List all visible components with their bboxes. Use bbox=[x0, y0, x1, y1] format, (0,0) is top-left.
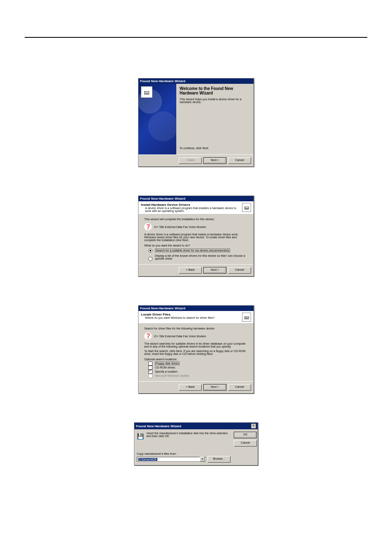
copy-from-label: Copy manufacturer's files from: bbox=[137, 452, 231, 455]
browse-button[interactable]: Browse... bbox=[208, 456, 231, 463]
page-subtitle: A device driver is a software program th… bbox=[141, 207, 240, 212]
wizard-welcome-window: Found New Hardware Wizard 🖴 Welcome to t… bbox=[138, 78, 254, 167]
back-button[interactable]: < Back bbox=[179, 267, 202, 274]
dialog-message: Insert the manufacturer's installation d… bbox=[146, 432, 231, 438]
check-floppy-label[interactable]: Floppy disk drives bbox=[155, 362, 180, 365]
window-title: Found New Hardware Wizard bbox=[140, 197, 185, 200]
titlebar: Found New Hardware Wizard bbox=[138, 196, 254, 201]
next-button[interactable]: Next > bbox=[203, 267, 226, 274]
radio-search[interactable] bbox=[148, 249, 152, 253]
radio-search-label[interactable]: Search for a suitable driver for my devi… bbox=[155, 249, 230, 252]
next-button[interactable]: Next > bbox=[203, 384, 226, 391]
cancel-button[interactable]: Cancel bbox=[234, 440, 257, 447]
page-title: Install Hardware Device Drivers bbox=[141, 203, 240, 207]
continue-hint: To continue, click Next. bbox=[180, 147, 250, 150]
heading-line1: Welcome to the Found New bbox=[180, 86, 233, 91]
explanation: A device driver is a software program th… bbox=[144, 233, 248, 242]
radio-display-list-label[interactable]: Display a list of the known drivers for … bbox=[155, 254, 245, 260]
hardware-icon: 🖴 bbox=[242, 313, 251, 322]
check-windows-update-label: Microsoft Windows Update bbox=[155, 374, 189, 377]
disk-icon: 💾 bbox=[137, 432, 144, 441]
titlebar: Found New Hardware Wizard × bbox=[134, 423, 258, 429]
header-rule bbox=[25, 37, 367, 38]
explanation-2: To start the search, click Next. If you … bbox=[144, 350, 248, 355]
window-title: Found New Hardware Wizard bbox=[140, 306, 185, 310]
window-title: Found New Hardware Wizard bbox=[136, 424, 181, 428]
intro-line: Search for driver files for the followin… bbox=[144, 327, 248, 330]
hardware-icon: 🖴 bbox=[242, 203, 251, 212]
titlebar: Found New Hardware Wizard bbox=[138, 306, 254, 311]
check-floppy[interactable] bbox=[148, 362, 152, 366]
path-combobox[interactable]: D:\Driver\W2K ▾ bbox=[137, 457, 206, 462]
cancel-button[interactable]: Cancel bbox=[228, 157, 251, 164]
heading-line2: Hardware Wizard bbox=[180, 91, 213, 95]
wizard-banner: 🖴 bbox=[138, 84, 176, 154]
intro-line: This wizard will complete the installati… bbox=[144, 218, 248, 221]
cancel-button[interactable]: Cancel bbox=[228, 384, 251, 391]
wizard-locate-files-window: Found New Hardware Wizard Locate Driver … bbox=[138, 305, 254, 394]
window-title: Found New Hardware Wizard bbox=[140, 79, 185, 83]
check-cdrom-label[interactable]: CD-ROM drives bbox=[155, 366, 175, 369]
device-name: IC+ 56k External Data Fax Voice Modem bbox=[154, 226, 206, 228]
close-icon[interactable]: × bbox=[251, 424, 256, 428]
page-title: Locate Driver Files bbox=[141, 313, 240, 316]
hardware-icon: 🖴 bbox=[141, 86, 152, 98]
device-name: IC+ 56k External Data Fax Voice Modem bbox=[154, 335, 206, 338]
radio-display-list[interactable] bbox=[148, 257, 152, 261]
cancel-button[interactable]: Cancel bbox=[228, 267, 251, 274]
wizard-heading: Welcome to the Found New Hardware Wizard bbox=[180, 86, 250, 95]
ok-button[interactable]: OK bbox=[234, 432, 257, 438]
prompt: What do you want the wizard to do? bbox=[144, 244, 248, 247]
back-button[interactable]: < Back bbox=[179, 384, 202, 391]
options-label: Optional search locations: bbox=[144, 358, 248, 361]
wizard-install-drivers-window: Found New Hardware Wizard Install Hardwa… bbox=[138, 196, 254, 276]
wizard-intro: This wizard helps you install a device d… bbox=[180, 98, 250, 104]
chevron-down-icon[interactable]: ▾ bbox=[200, 457, 205, 462]
check-windows-update bbox=[148, 374, 152, 378]
insert-disk-dialog: Found New Hardware Wizard × 💾 Insert the… bbox=[134, 422, 258, 465]
next-button[interactable]: Next > bbox=[203, 157, 226, 164]
path-value: D:\Driver\W2K bbox=[138, 458, 157, 461]
page-subtitle: Where do you want Windows to search for … bbox=[141, 316, 240, 319]
device-icon: ❓ bbox=[144, 332, 152, 340]
titlebar: Found New Hardware Wizard bbox=[138, 78, 254, 84]
check-specify[interactable] bbox=[148, 370, 152, 374]
check-specify-label[interactable]: Specify a location bbox=[155, 370, 178, 373]
explanation-1: The wizard searches for suitable drivers… bbox=[144, 342, 248, 348]
back-button: < Back bbox=[179, 157, 202, 164]
device-icon: ❓ bbox=[144, 223, 152, 230]
